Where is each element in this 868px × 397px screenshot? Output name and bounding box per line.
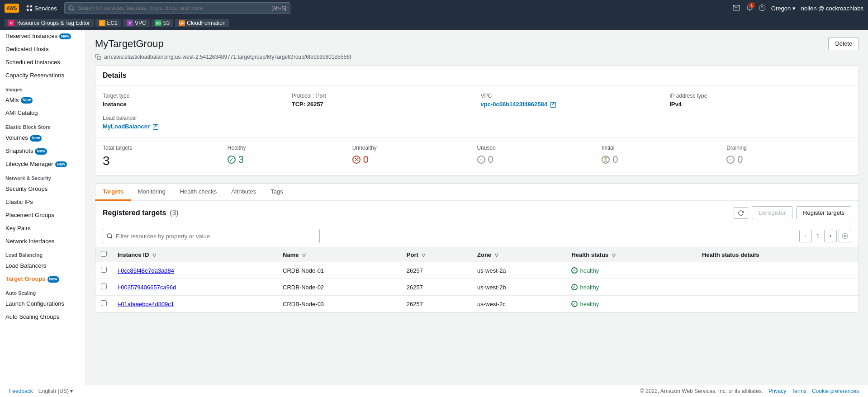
- pagination: 1: [799, 230, 851, 242]
- deregister-button[interactable]: Deregister: [752, 206, 792, 219]
- row-checkbox[interactable]: [101, 284, 107, 289]
- tab-attributes[interactable]: Attributes: [224, 184, 263, 201]
- sidebar-item-snapshots[interactable]: Snapshots New: [0, 145, 85, 158]
- help-icon[interactable]: [759, 4, 766, 13]
- global-search[interactable]: [Alt+S]: [64, 2, 290, 14]
- breadcrumb-cloudformation[interactable]: CF CloudFormation: [175, 19, 229, 27]
- instance-id-column-header[interactable]: Instance ID ▽: [112, 247, 277, 262]
- filter-input[interactable]: [103, 229, 320, 243]
- language-selector[interactable]: English (US) ▾: [38, 388, 73, 394]
- name-cell: CRDB-Node-01: [277, 262, 401, 279]
- row-checkbox[interactable]: [101, 300, 107, 306]
- port-column-header[interactable]: Port ▽: [401, 247, 472, 262]
- sidebar-item-load-balancers[interactable]: Load Balancers: [0, 260, 85, 273]
- sidebar-item-scheduled-instances[interactable]: Scheduled Instances: [0, 56, 85, 69]
- sort-icon: ▽: [152, 253, 156, 258]
- sort-icon: ▽: [495, 253, 498, 258]
- footer: Feedback English (US) ▾ © 2022, Amazon W…: [0, 385, 868, 397]
- sidebar-item-target-groups[interactable]: Target Groups New: [0, 273, 85, 286]
- next-page-button[interactable]: [824, 230, 837, 242]
- sidebar-item-label: Reserved Instances: [5, 33, 57, 40]
- sidebar-item-amis[interactable]: AMIs New: [0, 94, 85, 107]
- breadcrumb-bar: R Resource Groups & Tag Editor E EC2 V V…: [0, 16, 868, 30]
- sidebar-item-elastic-ips[interactable]: Elastic IPs: [0, 196, 85, 209]
- sidebar-item-dedicated-hosts[interactable]: Dedicated Hosts: [0, 43, 85, 56]
- table-header-row: Instance ID ▽ Name ▽ Port ▽ Zone ▽: [95, 247, 859, 262]
- sidebar-item-network-interfaces[interactable]: Network Interfaces: [0, 235, 85, 248]
- copy-icon[interactable]: [95, 54, 101, 60]
- chevron-right-icon: [828, 234, 833, 238]
- svg-rect-8: [97, 56, 101, 60]
- new-badge: New: [21, 97, 33, 104]
- svg-rect-2: [27, 9, 28, 11]
- delete-button[interactable]: Delete: [828, 37, 859, 50]
- sidebar-item-launch-configurations[interactable]: Launch Configurations: [0, 298, 85, 311]
- sidebar-item-capacity-reservations[interactable]: Capacity Reservations: [0, 69, 85, 82]
- refresh-button[interactable]: [734, 207, 748, 219]
- register-targets-button[interactable]: Register targets: [796, 206, 851, 219]
- sidebar-item-key-pairs[interactable]: Key Pairs: [0, 222, 85, 235]
- sidebar-item-security-groups[interactable]: Security Groups: [0, 183, 85, 196]
- tab-tags[interactable]: Tags: [263, 184, 290, 201]
- breadcrumb-resource-groups[interactable]: R Resource Groups & Tag Editor: [5, 19, 94, 27]
- protocol-port-detail: Protocol : Port TCP: 26257: [292, 93, 474, 108]
- search-input[interactable]: [77, 5, 269, 11]
- tab-monitoring[interactable]: Monitoring: [131, 184, 173, 201]
- sidebar-item-volumes[interactable]: Volumes New: [0, 132, 85, 145]
- sidebar-item-label: Launch Configurations: [5, 300, 64, 308]
- sidebar-item-reserved-instances[interactable]: Reserved Instances New: [0, 30, 85, 43]
- sidebar-item-auto-scaling-groups[interactable]: Auto Scaling Groups: [0, 311, 85, 324]
- unused-label: Unused: [477, 145, 602, 151]
- search-wrapper: [103, 229, 320, 243]
- instance-id-link[interactable]: i-003579406657ca96d: [118, 284, 176, 291]
- health-status-cell: ✓ healthy: [566, 296, 697, 312]
- name-column-header[interactable]: Name ▽: [277, 247, 401, 262]
- stats-row: Total targets 3 Healthy ✓ 3 Unhealthy ✕ …: [95, 137, 859, 175]
- initial-icon: ⏳: [602, 156, 610, 164]
- health-status-text: healthy: [580, 267, 599, 274]
- page-header: MyTargetGroup Delete: [95, 37, 859, 50]
- sidebar-item-label: Capacity Reservations: [5, 72, 64, 80]
- bell-icon[interactable]: 1: [746, 4, 753, 13]
- cookie-preferences-link[interactable]: Cookie preferences: [812, 388, 859, 394]
- zone-column-header[interactable]: Zone ▽: [472, 247, 566, 262]
- region-label[interactable]: Oregon ▾: [771, 5, 796, 12]
- port-cell: 26257: [401, 262, 472, 279]
- tab-health-checks[interactable]: Health checks: [173, 184, 224, 201]
- select-all-header: [95, 247, 112, 262]
- settings-icon: [842, 233, 848, 239]
- details-card-body: Target type Instance Protocol : Port TCP…: [95, 85, 859, 137]
- sidebar-item-placement-groups[interactable]: Placement Groups: [0, 209, 85, 222]
- load-balancer-link[interactable]: MyLoadBalancer: [103, 123, 150, 130]
- health-status-icon: ✓: [571, 301, 578, 307]
- services-menu-button[interactable]: Services: [23, 4, 61, 13]
- user-label[interactable]: nollen @ cockroachlabs: [801, 5, 863, 12]
- tab-targets[interactable]: Targets: [95, 184, 131, 201]
- vpc-link[interactable]: vpc-0c06b1423f4962584: [481, 101, 547, 108]
- auto-scaling-header: Auto Scaling: [0, 286, 85, 298]
- prev-page-button[interactable]: [799, 230, 812, 242]
- arn-value: arn:aws:elasticloadbalancing:us-west-2:5…: [104, 54, 351, 60]
- tabs-bar: Targets Monitoring Health checks Attribu…: [95, 184, 859, 201]
- breadcrumb-ec2[interactable]: E EC2: [95, 19, 121, 27]
- svg-rect-0: [27, 5, 28, 7]
- terms-link[interactable]: Terms: [792, 388, 806, 394]
- health-status-column-header[interactable]: Health status ▽: [566, 247, 697, 262]
- breadcrumb-s3[interactable]: S3 S3: [152, 19, 174, 27]
- select-all-checkbox[interactable]: [101, 251, 107, 257]
- feedback-link[interactable]: Feedback: [9, 388, 33, 394]
- sidebar-item-lifecycle-manager[interactable]: Lifecycle Manager New: [0, 158, 85, 171]
- instance-id-link[interactable]: i-01afaaebce4d809c1: [118, 301, 174, 307]
- grid-icon: [26, 5, 33, 11]
- resource-groups-icon: R: [8, 20, 14, 26]
- privacy-link[interactable]: Privacy: [768, 388, 786, 394]
- instance-id-link[interactable]: i-0cc85f48e7da3ad84: [118, 267, 174, 274]
- table-section: Registered targets (3) Deregister Regist…: [95, 201, 859, 312]
- sidebar-item-ami-catalog[interactable]: AMI Catalog: [0, 107, 85, 120]
- row-checkbox[interactable]: [101, 267, 107, 273]
- sort-icon: ▽: [422, 253, 425, 258]
- email-icon[interactable]: [732, 5, 740, 12]
- breadcrumb-vpc[interactable]: V VPC: [123, 19, 150, 27]
- page-settings-button[interactable]: [839, 230, 851, 242]
- sidebar-item-label: AMIs: [5, 97, 19, 104]
